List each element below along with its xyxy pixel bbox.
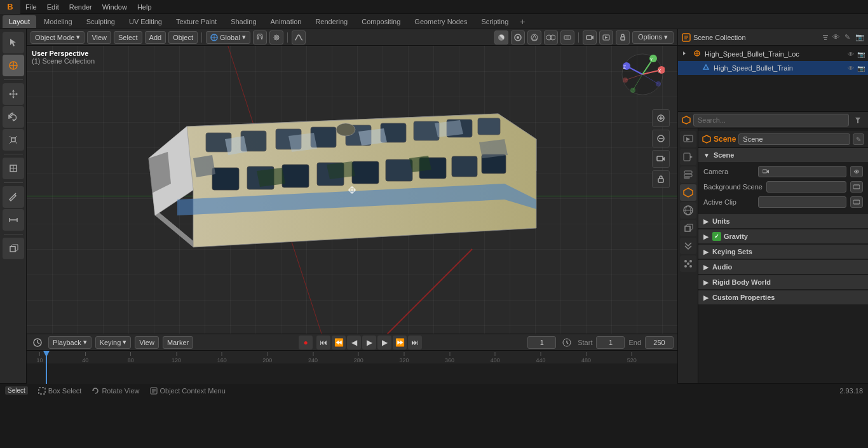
end-frame-input[interactable] (645, 336, 674, 349)
toolbar-add-cube[interactable] (3, 238, 24, 259)
tab-compositing[interactable]: Compositing (355, 15, 407, 28)
timeline-icon-btn[interactable] (31, 336, 44, 350)
menu-item-help[interactable]: Help (132, 0, 157, 13)
outliner-filter-btn[interactable] (821, 33, 830, 42)
toolbar-scale[interactable] (3, 129, 24, 151)
add-btn[interactable]: Add (145, 31, 166, 44)
active-clip-btn[interactable] (850, 196, 863, 208)
next-keyframe-btn[interactable]: ⏩ (393, 336, 407, 350)
timeline-view-btn[interactable]: View (135, 336, 159, 349)
props-icon-object[interactable] (680, 220, 696, 236)
toolbar-rotate[interactable] (3, 106, 24, 128)
viewport-render-btn[interactable] (599, 31, 613, 44)
props-icon-view-layer[interactable] (680, 166, 696, 183)
row-hide-btn-0[interactable]: 👁 (846, 50, 855, 58)
add-workspace-tab[interactable]: + (516, 15, 529, 28)
units-section-header[interactable]: ▶ Units (698, 214, 868, 228)
viewport-camera-btn[interactable] (583, 31, 597, 44)
viewport-shading-solid[interactable] (494, 31, 508, 44)
custom-props-section-header[interactable]: ▶ Custom Properties (698, 290, 868, 304)
tab-scripting[interactable]: Scripting (475, 15, 515, 28)
viewport-3d[interactable]: User Perspective (1) Scene Collection (27, 46, 677, 334)
properties-filter-btn[interactable] (851, 114, 864, 126)
menu-item-file[interactable]: File (20, 0, 42, 13)
step-forward-btn[interactable]: ▶ (377, 336, 391, 350)
row-hide-btn-1[interactable]: 👁 (846, 64, 855, 72)
prev-keyframe-btn[interactable]: ⏪ (332, 336, 346, 350)
rigid-body-section-header[interactable]: ▶ Rigid Body World (698, 275, 868, 289)
toolbar-move[interactable] (3, 83, 24, 105)
record-btn[interactable]: ● (299, 336, 313, 350)
options-btn[interactable]: Options ▾ (632, 31, 674, 44)
row-render-btn-1[interactable]: 📷 (857, 64, 865, 72)
toolbar-annotate[interactable] (3, 186, 24, 208)
object-btn[interactable]: Object (168, 31, 198, 44)
viewport-gizmo[interactable]: X Y Z (620, 52, 671, 103)
scene-name-edit-btn[interactable]: ✎ (853, 133, 864, 145)
menu-item-window[interactable]: Window (97, 0, 132, 13)
scene-section-header[interactable]: ▼ Scene (698, 148, 868, 162)
audio-section-header[interactable]: ▶ Audio (698, 260, 868, 274)
tab-texture-paint[interactable]: Texture Paint (170, 15, 223, 28)
start-frame-input[interactable] (596, 336, 625, 349)
tab-geometry-nodes[interactable]: Geometry Nodes (408, 15, 473, 28)
playback-dropdown[interactable]: Playback ▾ (48, 336, 92, 349)
timeline-clock-btn[interactable] (560, 336, 574, 350)
tab-shading[interactable]: Shading (224, 15, 262, 28)
props-icon-render[interactable] (680, 131, 696, 147)
bg-scene-btn[interactable] (850, 181, 863, 193)
viewport-shading-material[interactable] (511, 31, 525, 44)
gravity-checkbox[interactable]: ✓ (712, 232, 721, 241)
props-icon-modifiers[interactable] (680, 238, 696, 254)
select-btn[interactable]: Select (114, 31, 142, 44)
scene-name-value[interactable]: Scene (738, 133, 850, 145)
outliner-row-1[interactable]: High_Speed_Bullet_Train 👁 📷 (678, 61, 868, 75)
snap-btn[interactable] (253, 31, 267, 44)
viewport-lock-btn[interactable] (616, 31, 630, 44)
toolbar-measure[interactable] (3, 209, 24, 231)
view-btn[interactable]: View (87, 31, 111, 44)
properties-search[interactable] (693, 114, 849, 126)
gravity-section-header[interactable]: ▶ ✓ Gravity (698, 229, 868, 243)
toolbar-select[interactable] (3, 32, 24, 53)
skip-end-btn[interactable]: ⏭ (408, 336, 422, 350)
props-icon-particles[interactable] (680, 255, 696, 272)
camera-value[interactable] (758, 166, 846, 177)
viewport-overlay-btn[interactable] (544, 31, 558, 44)
tab-layout[interactable]: Layout (3, 15, 36, 28)
viewport-xray-btn[interactable] (560, 31, 574, 44)
current-frame-input[interactable] (527, 336, 556, 349)
tab-uv-editing[interactable]: UV Editing (123, 15, 168, 28)
menu-item-render[interactable]: Render (64, 0, 97, 13)
step-back-btn[interactable]: ◀ (347, 336, 361, 350)
mode-dropdown[interactable]: Object Mode ▾ (31, 31, 85, 44)
timeline-body[interactable]: 10 40 80 120 160 200 240 280 320 360 400… (27, 351, 677, 384)
tab-animation[interactable]: Animation (264, 15, 308, 28)
menu-item-edit[interactable]: Edit (42, 0, 64, 13)
skip-start-btn[interactable]: ⏮ (316, 336, 330, 350)
tab-modeling[interactable]: Modeling (37, 15, 79, 28)
props-icon-output[interactable] (680, 149, 696, 165)
tab-sculpting[interactable]: Sculpting (80, 15, 121, 28)
keying-dropdown[interactable]: Keying ▾ (95, 336, 132, 349)
viewport-shading-rendered[interactable] (527, 31, 541, 44)
toolbar-cursor[interactable] (3, 55, 24, 76)
tab-rendering[interactable]: Rendering (309, 15, 354, 28)
outliner-row-0[interactable]: High_Speed_Bullet_Train_Loc 👁 📷 (678, 47, 868, 61)
proportional-btn[interactable] (269, 31, 283, 44)
row-render-btn-0[interactable]: 📷 (857, 50, 865, 58)
nav-camera[interactable] (652, 150, 670, 168)
keying-sets-section-header[interactable]: ▶ Keying Sets (698, 245, 868, 259)
nav-zoom-out[interactable] (652, 130, 670, 147)
toolbar-transform[interactable] (3, 158, 24, 179)
transform-dropdown[interactable]: Global ▾ (206, 31, 250, 44)
play-btn[interactable]: ▶ (362, 336, 376, 350)
props-icon-scene[interactable] (680, 184, 696, 201)
nav-lock[interactable] (652, 170, 670, 188)
props-icon-world[interactable] (680, 202, 696, 219)
camera-eye-btn[interactable] (850, 166, 863, 177)
active-clip-value[interactable] (758, 196, 846, 208)
curve-icon-btn[interactable] (292, 31, 306, 44)
bg-scene-value[interactable] (766, 181, 846, 193)
nav-zoom-in[interactable] (652, 109, 670, 127)
